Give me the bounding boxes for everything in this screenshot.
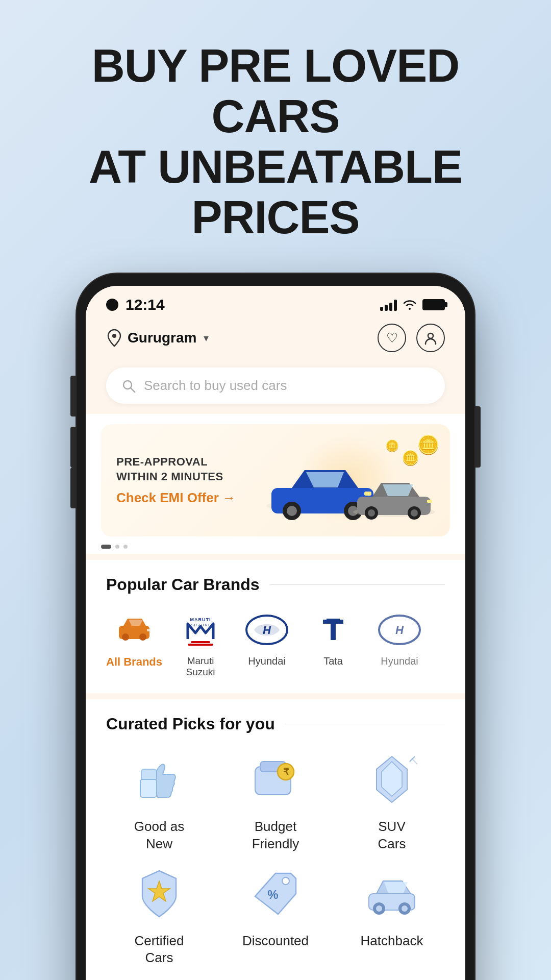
brand-item-maruti[interactable]: MARUTI SUZUKI MarutiSuzuki (172, 609, 229, 678)
chevron-down-icon: ▾ (204, 332, 209, 344)
banner-card[interactable]: PRE-APPROVAL WITHIN 2 MINUTES Check EMI … (101, 424, 450, 536)
location-name: Gurugram (128, 330, 196, 346)
discount-icon: % (245, 863, 306, 924)
svg-point-0 (112, 334, 116, 338)
suv-cars-label: SUVCars (378, 818, 406, 853)
profile-button[interactable] (416, 324, 445, 352)
curated-grid: Good asNew ₹ (106, 749, 445, 967)
svg-rect-22 (191, 641, 210, 643)
popular-brands-section: Popular Car Brands (86, 560, 465, 693)
phone-screen: 12:14 (86, 286, 465, 980)
phone-frame: 12:14 (77, 274, 474, 980)
section-divider (270, 584, 445, 585)
brand-item-hyundai1[interactable]: H Hyundai (239, 609, 295, 678)
curated-item-hatchback[interactable]: Hatchback (339, 863, 445, 967)
good-as-new-icon (129, 749, 190, 810)
coin-decoration: 🪙 (417, 434, 440, 456)
curated-item-budget-friendly[interactable]: ₹ BudgetFriendly (222, 749, 329, 853)
coin-decoration-2: 🪙 (402, 450, 419, 467)
brand-maruti-label: MarutiSuzuki (186, 655, 215, 678)
budget-friendly-label: BudgetFriendly (252, 818, 299, 853)
budget-friendly-icon: ₹ (245, 749, 306, 810)
svg-rect-21 (147, 629, 149, 631)
svg-line-39 (412, 759, 417, 764)
status-time-area: 12:14 (106, 296, 165, 313)
discount-label: Discounted (242, 933, 309, 950)
banner-pagination (101, 536, 450, 549)
tata-icon-wrap (308, 609, 359, 650)
svg-point-45 (376, 905, 382, 912)
svg-rect-17 (427, 500, 432, 503)
hero-title: BUY PRE LOVED CARS AT UNBEATABLE PRICES (31, 41, 520, 243)
car-icon (116, 615, 152, 645)
all-brands-icon-wrap (109, 609, 160, 650)
app-header: Gurugram ▾ ♡ (86, 318, 465, 362)
brand-item-tata[interactable]: Tata (305, 609, 361, 678)
section-divider-2 (285, 724, 445, 725)
popular-brands-title: Popular Car Brands (106, 575, 260, 594)
svg-rect-31 (140, 779, 157, 797)
certified-icon (129, 863, 190, 924)
banner-section: PRE-APPROVAL WITHIN 2 MINUTES Check EMI … (86, 414, 465, 554)
location-pin-icon (106, 329, 122, 347)
brand-hyundai2-label: Hyundai (381, 655, 418, 667)
svg-line-3 (131, 388, 135, 392)
section-header-curated: Curated Picks for you (106, 715, 445, 733)
banner-dot-2 (123, 545, 128, 549)
search-icon (121, 379, 136, 393)
hyundai-logo-svg: H (244, 615, 290, 645)
banner-image: 🪙 🪙 🪙 (261, 439, 435, 521)
svg-rect-23 (188, 644, 213, 646)
svg-text:H: H (395, 624, 404, 636)
svg-text:SUZUKI: SUZUKI (191, 623, 210, 627)
signal-icon (380, 299, 397, 311)
maruti-icon-wrap: MARUTI SUZUKI (175, 609, 226, 650)
brand-item-all[interactable]: All Brands (106, 609, 162, 678)
person-icon (423, 331, 438, 345)
hyundai2-logo-svg: H (377, 615, 422, 645)
hyundai2-icon-wrap: H (374, 609, 425, 650)
heart-icon: ♡ (386, 330, 398, 346)
battery-icon (422, 299, 445, 310)
svg-text:%: % (267, 888, 278, 901)
status-bar: 12:14 (86, 286, 465, 318)
curated-item-good-as-new[interactable]: Good asNew (106, 749, 212, 853)
svg-point-20 (139, 633, 146, 641)
brand-tata-label: Tata (323, 655, 343, 667)
banner-dot-active (101, 545, 111, 549)
curated-item-discount[interactable]: % Discounted (222, 863, 329, 967)
suv-cars-icon (361, 749, 422, 810)
hero-title-line2: AT UNBEATABLE PRICES (31, 142, 520, 243)
hatchback-label: Hatchback (361, 933, 423, 950)
banner-cta[interactable]: Check EMI Offer → (116, 490, 261, 506)
status-icons (380, 299, 445, 311)
location-selector[interactable]: Gurugram ▾ (106, 329, 209, 347)
curated-picks-section: Curated Picks for you (86, 699, 465, 980)
clock-time: 12:14 (126, 296, 165, 313)
wifi-icon (402, 299, 417, 311)
good-as-new-label: Good asNew (134, 818, 184, 853)
svg-point-19 (122, 633, 129, 641)
curated-item-suv-cars[interactable]: SUVCars (339, 749, 445, 853)
banner-dot-1 (115, 545, 119, 549)
svg-point-41 (282, 877, 289, 885)
svg-point-1 (428, 333, 433, 338)
wishlist-button[interactable]: ♡ (378, 324, 406, 352)
header-actions: ♡ (378, 324, 445, 352)
tata-logo-svg (310, 615, 356, 645)
svg-point-47 (402, 905, 408, 912)
profile-svg (423, 331, 438, 345)
curated-picks-title: Curated Picks for you (106, 715, 275, 733)
svg-point-14 (368, 509, 375, 517)
hero-title-line1: BUY PRE LOVED CARS (31, 41, 520, 142)
svg-text:MARUTI: MARUTI (190, 617, 211, 622)
svg-text:₹: ₹ (283, 767, 289, 777)
svg-point-7 (287, 506, 297, 516)
svg-text:H: H (263, 624, 271, 636)
search-bar[interactable]: Search to buy used cars (106, 368, 445, 404)
brands-row: All Brands MARUTI SUZU (106, 609, 445, 683)
brand-item-hyundai2[interactable]: H Hyundai (371, 609, 428, 678)
section-header-brands: Popular Car Brands (106, 575, 445, 594)
curated-item-certified[interactable]: CertifiedCars (106, 863, 212, 967)
coin-decoration-3: 🪙 (385, 439, 399, 453)
